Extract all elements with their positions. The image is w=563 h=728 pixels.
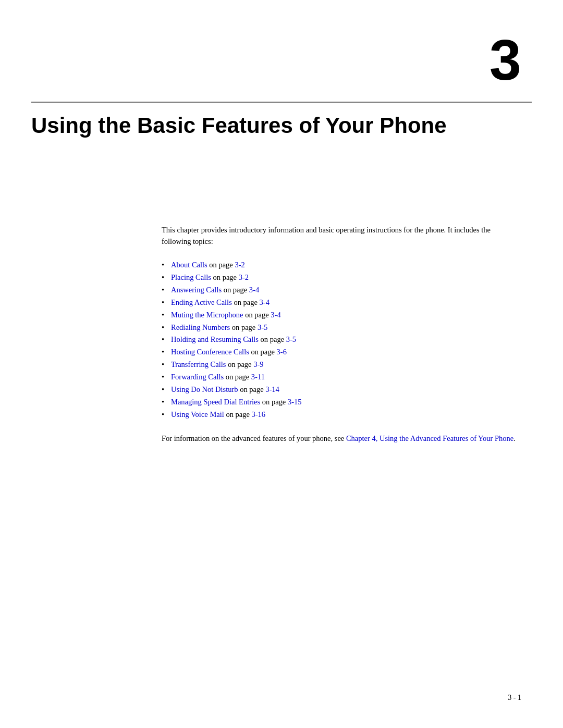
list-item: Ending Active Calls on page 3-4 (162, 297, 521, 309)
footer-prefix: For information on the advanced features… (162, 434, 346, 442)
chapter-number: 3 (489, 31, 521, 89)
list-item: Placing Calls on page 3-2 (162, 272, 521, 284)
list-item: Transferring Calls on page 3-9 (162, 359, 521, 371)
page-number: 3 - 1 (508, 694, 521, 702)
list-item: Using Do Not Disturb on page 3-14 (162, 384, 521, 396)
holding-resuming-calls-page[interactable]: 3-5 (286, 335, 296, 343)
list-item: Muting the Microphone on page 3-4 (162, 309, 521, 322)
answering-calls-page[interactable]: 3-4 (249, 286, 259, 294)
toc-list: About Calls on page 3-2 Placing Calls on… (162, 259, 521, 421)
forwarding-calls-page[interactable]: 3-11 (251, 373, 265, 381)
ending-active-calls-link[interactable]: Ending Active Calls (171, 298, 232, 306)
redialing-numbers-page[interactable]: 3-5 (258, 323, 267, 331)
page: 3 Using the Basic Features of Your Phone… (0, 0, 563, 728)
using-do-not-disturb-link[interactable]: Using Do Not Disturb (171, 385, 238, 393)
muting-microphone-link[interactable]: Muting the Microphone (171, 311, 243, 319)
list-item: About Calls on page 3-2 (162, 259, 521, 272)
muting-microphone-page[interactable]: 3-4 (271, 311, 280, 319)
transferring-calls-page[interactable]: 3-9 (253, 360, 263, 368)
managing-speed-dial-link[interactable]: Managing Speed Dial Entries (171, 398, 260, 406)
ending-active-calls-page[interactable]: 3-4 (260, 298, 270, 306)
list-item: Hosting Conference Calls on page 3-6 (162, 346, 521, 359)
forwarding-calls-link[interactable]: Forwarding Calls (171, 373, 224, 381)
hosting-conference-calls-page[interactable]: 3-6 (277, 348, 287, 356)
list-item: Holding and Resuming Calls on page 3-5 (162, 334, 521, 346)
about-calls-page[interactable]: 3-2 (235, 261, 244, 269)
using-voice-mail-page[interactable]: 3-16 (252, 410, 266, 418)
footer-paragraph: For information on the advanced features… (162, 433, 521, 444)
list-item: Answering Calls on page 3-4 (162, 284, 521, 297)
list-item: Managing Speed Dial Entries on page 3-15 (162, 396, 521, 409)
using-do-not-disturb-page[interactable]: 3-14 (265, 385, 279, 393)
list-item: Redialing Numbers on page 3-5 (162, 322, 521, 334)
horizontal-rule (31, 102, 532, 103)
chapter4-link[interactable]: Chapter 4, Using the Advanced Features o… (346, 434, 513, 442)
footer-suffix: . (513, 434, 516, 442)
content-area: This chapter provides introductory infor… (162, 224, 521, 444)
list-item: Using Voice Mail on page 3-16 (162, 409, 521, 421)
managing-speed-dial-page[interactable]: 3-15 (288, 398, 302, 406)
placing-calls-page[interactable]: 3-2 (239, 273, 249, 281)
about-calls-link[interactable]: About Calls (171, 261, 207, 269)
intro-paragraph: This chapter provides introductory infor… (162, 224, 521, 248)
placing-calls-link[interactable]: Placing Calls (171, 273, 211, 281)
answering-calls-link[interactable]: Answering Calls (171, 286, 222, 294)
using-voice-mail-link[interactable]: Using Voice Mail (171, 410, 224, 418)
transferring-calls-link[interactable]: Transferring Calls (171, 360, 226, 368)
redialing-numbers-link[interactable]: Redialing Numbers (171, 323, 230, 331)
chapter-title: Using the Basic Features of Your Phone (31, 112, 532, 140)
holding-resuming-calls-link[interactable]: Holding and Resuming Calls (171, 335, 259, 343)
hosting-conference-calls-link[interactable]: Hosting Conference Calls (171, 348, 249, 356)
list-item: Forwarding Calls on page 3-11 (162, 371, 521, 384)
